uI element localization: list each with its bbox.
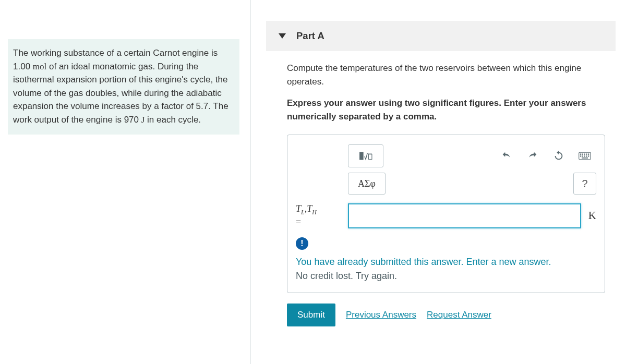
- var-sub-L: L: [301, 209, 305, 216]
- svg-rect-13: [582, 157, 588, 159]
- variable-label: TL,TH =: [296, 203, 343, 229]
- var-T1: T: [296, 203, 301, 214]
- answer-panel: Part A Compute the temperatures of the t…: [250, 0, 626, 364]
- svg-rect-10: [584, 155, 585, 156]
- request-answer-link[interactable]: Request Answer: [427, 310, 491, 320]
- previous-answers-link[interactable]: Previous Answers: [346, 310, 416, 320]
- part-body: Compute the temperatures of the two rese…: [287, 62, 605, 326]
- answer-area: ΑΣφ ? TL,TH = K ! You have already submi…: [287, 135, 605, 293]
- redo-icon: [527, 150, 538, 162]
- keyboard-button[interactable]: [573, 144, 596, 167]
- undo-button[interactable]: [495, 144, 518, 167]
- problem-panel: The working substance of a certain Carno…: [0, 0, 250, 364]
- problem-statement: The working substance of a certain Carno…: [8, 39, 239, 135]
- problem-text-3: in each cycle.: [145, 115, 201, 125]
- template-picker-button[interactable]: [348, 144, 383, 167]
- svg-rect-5: [584, 154, 585, 155]
- svg-rect-4: [582, 154, 583, 155]
- feedback-area: ! You have already submitted this answer…: [296, 237, 596, 283]
- svg-rect-3: [580, 154, 581, 155]
- svg-rect-8: [580, 155, 581, 156]
- toolbar-row-1: [348, 144, 596, 167]
- keyboard-icon: [579, 151, 591, 161]
- part-header[interactable]: Part A: [266, 21, 616, 51]
- instruction-text: Express your answer using two significan…: [287, 96, 605, 123]
- svg-rect-9: [582, 155, 583, 156]
- toolbar-row-2: ΑΣφ ?: [348, 173, 596, 195]
- question-text: Compute the temperatures of the two rese…: [287, 62, 605, 88]
- fraction-radical-icon: [359, 149, 372, 163]
- svg-rect-6: [586, 154, 587, 155]
- answer-input[interactable]: [348, 203, 581, 228]
- undo-icon: [501, 150, 512, 162]
- action-row: Submit Previous Answers Request Answer: [287, 304, 605, 326]
- input-row: TL,TH = K: [296, 203, 596, 229]
- equals-sign: =: [296, 217, 301, 227]
- warning-icon: !: [296, 237, 308, 250]
- greek-symbols-button[interactable]: ΑΣφ: [348, 173, 386, 195]
- var-T2: T: [307, 203, 312, 214]
- chevron-down-icon: [279, 33, 286, 39]
- reset-button[interactable]: [547, 144, 570, 167]
- part-label: Part A: [296, 30, 324, 42]
- var-sub-H: H: [312, 209, 317, 216]
- feedback-main-text: You have already submitted this answer. …: [296, 255, 596, 269]
- svg-rect-12: [588, 155, 589, 156]
- svg-rect-1: [368, 154, 372, 160]
- feedback-sub-text: No credit lost. Try again.: [296, 269, 596, 283]
- svg-rect-0: [359, 152, 364, 160]
- help-button[interactable]: ?: [573, 173, 596, 195]
- unit-mol: mol: [33, 62, 46, 71]
- svg-rect-11: [586, 155, 587, 156]
- unit-label: K: [588, 209, 596, 222]
- redo-button[interactable]: [521, 144, 544, 167]
- reset-icon: [553, 150, 564, 162]
- submit-button[interactable]: Submit: [287, 304, 335, 326]
- svg-rect-7: [588, 154, 589, 155]
